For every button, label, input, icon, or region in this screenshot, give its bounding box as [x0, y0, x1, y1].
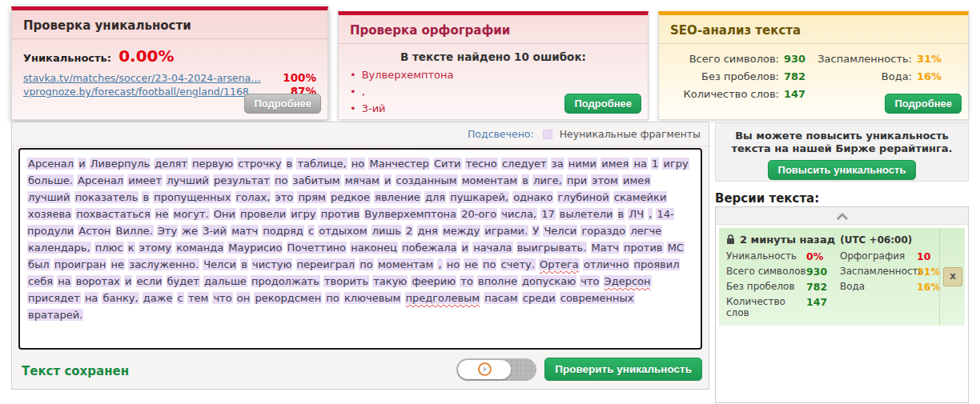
text-fragment: творить	[323, 275, 369, 287]
version-stat-label: Уникальность	[726, 250, 806, 262]
text-fragment: таблице,	[296, 158, 347, 170]
seo-stat-value: 930	[784, 50, 805, 68]
text-fragment: показатель	[74, 191, 139, 203]
check-slider[interactable]: ›	[456, 358, 536, 381]
text-fragment: Вилле.	[115, 225, 154, 237]
highlight-legend: Подсвечено: Неуникальные фрагменты	[12, 122, 709, 146]
text-fragment: побежала	[401, 242, 457, 254]
text-fragment: гораздо	[580, 225, 626, 237]
text-editor[interactable]: Арсенал и Ливерпуль делят первую строчку…	[18, 148, 702, 350]
text-fragment: пушкарей,	[449, 191, 509, 203]
save-status-text: Текст сохранен	[22, 364, 129, 378]
seo-stat-value: 16%	[917, 68, 942, 86]
text-fragment: по	[274, 174, 288, 186]
text-fragment: лиге,	[532, 174, 563, 186]
text-fragment: Ортега	[539, 258, 580, 270]
text-fragment: Эту	[157, 225, 178, 237]
text-fragment: себя	[27, 275, 54, 287]
check-uniqueness-button[interactable]: Проверить уникальность	[544, 358, 702, 381]
spelling-details-button[interactable]: Подробнее	[564, 94, 641, 114]
spelling-error-item: Вулверхемптона	[350, 66, 637, 83]
text-fragment: МС	[667, 242, 685, 254]
text-fragment: тесно	[465, 158, 498, 170]
uniqueness-check-panel: Проверка уникальности Уникальность: 0.00…	[11, 6, 328, 120]
uniqueness-result: Уникальность: 0.00%	[12, 39, 327, 69]
text-fragment: вылетели	[559, 208, 614, 220]
arrow-right-icon: ›	[478, 362, 492, 376]
versions-title: Версии текста:	[715, 191, 819, 206]
lavender-swatch-icon	[543, 130, 552, 139]
uniqueness-details-button[interactable]: Подробнее	[244, 94, 321, 114]
text-fragment: рекордсмен	[254, 292, 322, 304]
version-stat-label: Количество слов	[726, 296, 806, 318]
version-stat-value: 930	[806, 266, 840, 278]
version-stat-value: 10	[917, 250, 941, 262]
text-fragment: такую	[372, 275, 408, 287]
text-fragment: в	[617, 208, 625, 220]
text-fragment: с	[177, 292, 184, 304]
version-timezone: (UTC +06:00)	[840, 234, 912, 246]
version-stats: Уникальность 0% Орфография 10 Всего симв…	[726, 250, 934, 318]
text-fragment: скамейки	[613, 191, 668, 203]
text-fragment: при	[566, 174, 588, 186]
text-fragment: Арсенал	[27, 158, 74, 170]
text-fragment: по	[482, 258, 496, 270]
text-fragment: но	[446, 258, 460, 270]
slider-thumb[interactable]: ›	[458, 360, 511, 379]
text-fragment: редкое	[330, 191, 371, 203]
legend-item-label: Неуникальные фрагменты	[560, 128, 701, 140]
version-card[interactable]: 2 минуты назад (UTC +06:00) Уникальность…	[719, 228, 965, 326]
seo-stat-label: Всего символов:	[659, 50, 779, 68]
version-stat-value: 0%	[806, 250, 840, 262]
increase-uniqueness-button[interactable]: Повысить уникальность	[768, 160, 917, 180]
spelling-check-panel: Проверка орфографии В тексте найдено 10 …	[338, 11, 649, 120]
promo-text: Вы можете повысить уникальность текста н…	[725, 130, 958, 155]
text-fragment: в	[521, 174, 529, 186]
collapse-versions-button[interactable]	[716, 207, 968, 225]
text-fragment: Арсенал	[77, 174, 124, 186]
text-fragment: современных	[560, 292, 635, 304]
text-fragment: за	[551, 158, 564, 170]
text-fragment: с	[307, 225, 315, 237]
uniqueness-label: Уникальность:	[23, 52, 111, 64]
text-fragment: что	[580, 275, 600, 287]
seo-stat-label: Без пробелов:	[659, 68, 779, 86]
chevron-up-icon	[836, 212, 849, 221]
text-fragment: прям	[297, 191, 326, 203]
text-fragment: 17	[540, 208, 556, 220]
rewrite-promo-box: Вы можете повысить уникальность текста н…	[715, 122, 969, 182]
text-fragment: начала	[472, 242, 512, 254]
match-percent: 100%	[283, 71, 316, 85]
text-fragment: проигран	[54, 258, 107, 270]
text-fragment: мячам	[344, 174, 380, 186]
seo-details-button[interactable]: Подробнее	[885, 94, 962, 114]
spelling-panel-title: Проверка орфографии	[339, 15, 648, 44]
text-fragment: выигрывать.	[516, 242, 588, 254]
text-fragment: и	[124, 275, 132, 287]
legend-label: Подсвечено:	[468, 128, 534, 140]
match-source-link[interactable]: stavka.tv/matches/soccer/23-04-2024-arse…	[23, 71, 261, 85]
text-fragment: он	[236, 292, 251, 304]
match-source-link[interactable]: vprognoze.by/forecast/football/england/1…	[23, 85, 259, 98]
text-fragment: похвастаться	[75, 208, 151, 220]
text-fragment: Ливерпуль	[90, 158, 151, 170]
spelling-summary: В тексте найдено 10 ошибок:	[339, 50, 648, 63]
text-fragment: имея	[600, 158, 629, 170]
delete-version-button[interactable]: x	[943, 267, 962, 286]
text-fragment: голах,	[235, 191, 271, 203]
text-fragment: Вулверхемптона	[363, 208, 457, 220]
text-fragment: однако	[512, 191, 553, 203]
text-fragment: Астон	[78, 225, 111, 237]
seo-stat-value: 31%	[917, 50, 942, 68]
text-fragment: среди	[522, 292, 556, 304]
version-stat-value: 782	[806, 281, 840, 293]
text-fragment: этому	[139, 242, 172, 254]
text-fragment: Эдерсон	[604, 275, 652, 287]
text-fragment: на	[633, 158, 647, 170]
text-fragment: то	[460, 275, 474, 287]
seo-stat-label: Количество слов:	[659, 86, 779, 103]
text-fragment: матч	[231, 225, 259, 237]
text-fragment: что	[212, 292, 232, 304]
text-fragment: против	[623, 242, 663, 254]
text-fragment: следует	[501, 158, 548, 170]
